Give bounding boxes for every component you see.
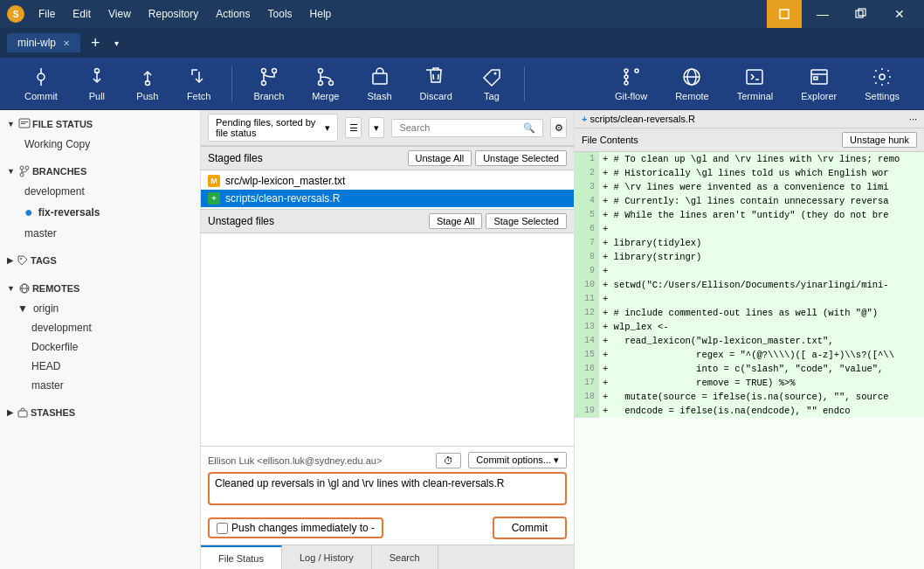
branches-header[interactable]: ▼ BRANCHES bbox=[0, 161, 200, 182]
stage-selected-button[interactable]: Stage Selected bbox=[486, 213, 567, 229]
fetch-button[interactable]: Fetch bbox=[176, 63, 222, 105]
settings-button[interactable]: Settings bbox=[854, 63, 910, 105]
tab-dropdown-arrow[interactable]: ▾ bbox=[111, 38, 122, 48]
wlp-lexicon-filename: src/wlp-lexicon_master.txt bbox=[225, 175, 345, 187]
modified-icon: M bbox=[208, 175, 220, 187]
diff-line: 16+ into = c("slash", "code", "value", bbox=[575, 362, 924, 376]
diff-line: 3+ # \rv lines were invented as a conven… bbox=[575, 180, 924, 194]
svg-rect-17 bbox=[373, 73, 387, 84]
staged-file-wlp-lexicon[interactable]: M src/wlp-lexicon_master.txt bbox=[201, 172, 574, 190]
restore-button[interactable] bbox=[844, 0, 879, 28]
menu-repository[interactable]: Repository bbox=[141, 4, 205, 24]
discard-label: Discard bbox=[420, 91, 452, 101]
list-view-button[interactable]: ☰ bbox=[345, 117, 362, 138]
sidebar-item-development[interactable]: development bbox=[0, 182, 200, 201]
menu-view[interactable]: View bbox=[101, 4, 138, 24]
branches-label: BRANCHES bbox=[32, 166, 86, 177]
stage-all-button[interactable]: Stage All bbox=[429, 213, 482, 229]
sidebar-item-fix-reversals[interactable]: ● fix-reversals bbox=[0, 201, 200, 224]
branch-button[interactable]: Branch bbox=[243, 63, 294, 105]
stashes-section: ▶ STASHES bbox=[0, 399, 200, 427]
commit-message-input[interactable]: Cleaned up reversals in \gl and \rv line… bbox=[208, 472, 567, 505]
search-settings-button[interactable]: ⚙ bbox=[550, 117, 567, 138]
tags-header[interactable]: ▶ TAGS bbox=[0, 250, 200, 271]
origin-label: origin bbox=[33, 302, 59, 315]
fetch-label: Fetch bbox=[187, 91, 211, 101]
tab-close-icon[interactable]: ✕ bbox=[63, 38, 70, 48]
unstage-all-button[interactable]: Unstage All bbox=[408, 150, 472, 166]
diff-line: 6+ bbox=[575, 222, 924, 236]
diff-more-icon[interactable]: ··· bbox=[909, 114, 917, 124]
sidebar-item-origin-master[interactable]: master bbox=[0, 376, 200, 395]
file-status-header[interactable]: ▼ FILE STATUS bbox=[0, 114, 200, 135]
sidebar-item-origin-development[interactable]: development bbox=[0, 318, 200, 337]
diff-actions: ··· bbox=[909, 114, 917, 124]
tab-search[interactable]: Search bbox=[372, 545, 438, 569]
svg-rect-0 bbox=[780, 10, 789, 18]
separator-2 bbox=[524, 66, 525, 101]
fix-reversals-label: fix-reversals bbox=[38, 206, 100, 219]
staged-file-clean-reversals[interactable]: + scripts/clean-reversals.R bbox=[201, 190, 574, 207]
line-content: + library(tidylex) bbox=[599, 236, 924, 250]
view-options-button[interactable]: ▾ bbox=[369, 117, 385, 138]
push-button[interactable]: Push bbox=[126, 63, 169, 105]
line-content: + regex = "^(@?\\\\)([ a-z]+)\\s?([^\\ bbox=[599, 348, 924, 362]
pull-button[interactable]: Pull bbox=[75, 63, 119, 105]
menu-file[interactable]: File bbox=[31, 4, 62, 24]
terminal-button[interactable]: Terminal bbox=[727, 63, 784, 105]
commit-options-button[interactable]: Commit options... ▾ bbox=[468, 452, 567, 468]
line-content: + # Historically \gl lines told us which… bbox=[599, 166, 924, 180]
sidebar-item-origin-dockerfile[interactable]: Dockerfile bbox=[0, 337, 200, 357]
tab-file-status[interactable]: File Status bbox=[201, 545, 282, 569]
staged-files-label: Staged files bbox=[208, 152, 263, 164]
push-immediately-checkbox[interactable] bbox=[217, 523, 228, 534]
commit-button-main[interactable]: Commit bbox=[493, 517, 567, 539]
unstage-hunk-button[interactable]: Unstage hunk bbox=[842, 132, 917, 148]
sidebar-item-working-copy[interactable]: Working Copy bbox=[0, 135, 200, 154]
remotes-label: REMOTES bbox=[32, 283, 79, 294]
explorer-label: Explorer bbox=[801, 91, 837, 101]
discard-button[interactable]: Discard bbox=[410, 63, 463, 105]
menu-actions[interactable]: Actions bbox=[209, 4, 257, 24]
remotes-header[interactable]: ▼ REMOTES bbox=[0, 278, 200, 299]
tags-section: ▶ TAGS bbox=[0, 246, 200, 274]
unstage-selected-button[interactable]: Unstage Selected bbox=[475, 150, 567, 166]
sidebar: ▼ FILE STATUS Working Copy ▼ BRANCHES de… bbox=[0, 110, 201, 569]
repo-tab[interactable]: mini-wlp ✕ bbox=[7, 33, 80, 52]
tag-button[interactable]: Tag bbox=[470, 63, 514, 105]
close-button[interactable]: ✕ bbox=[882, 0, 917, 28]
search-input[interactable] bbox=[399, 122, 520, 133]
pull-label: Pull bbox=[89, 91, 105, 101]
commit-button[interactable]: Commit bbox=[14, 63, 68, 105]
sort-dropdown[interactable]: Pending files, sorted by file status ▾ bbox=[208, 114, 338, 142]
new-tab-button[interactable]: + bbox=[84, 34, 107, 52]
merge-button[interactable]: Merge bbox=[301, 63, 349, 105]
line-content: + # To clean up \gl and \rv lines with \… bbox=[599, 152, 924, 166]
line-number: 14 bbox=[575, 334, 599, 348]
line-content: + bbox=[599, 292, 924, 306]
line-number: 19 bbox=[575, 404, 599, 418]
stashes-header[interactable]: ▶ STASHES bbox=[0, 402, 200, 423]
menu-edit[interactable]: Edit bbox=[66, 4, 98, 24]
author-text: Ellison Luk <ellison.luk@sydney.edu.au> bbox=[208, 455, 429, 466]
minimize-button[interactable]: — bbox=[805, 0, 840, 28]
diff-line: 14+ read_lexicon("wlp-lexicon_master.txt… bbox=[575, 334, 924, 348]
tab-log-history[interactable]: Log / History bbox=[282, 545, 372, 569]
line-content: + wlp_lex <- bbox=[599, 320, 924, 334]
stash-button[interactable]: Stash bbox=[356, 63, 402, 105]
line-number: 6 bbox=[575, 222, 599, 236]
remote-button[interactable]: Remote bbox=[665, 63, 720, 105]
chevron-down-icon: ▼ bbox=[17, 302, 28, 315]
added-icon: + bbox=[208, 192, 220, 205]
sidebar-item-origin[interactable]: ▼ origin bbox=[0, 299, 200, 318]
svg-point-22 bbox=[635, 69, 638, 73]
history-button[interactable]: ⏱ bbox=[436, 453, 461, 468]
gitflow-button[interactable]: Git-flow bbox=[604, 63, 658, 105]
sidebar-item-master[interactable]: master bbox=[0, 224, 200, 243]
explorer-button[interactable]: Explorer bbox=[790, 63, 847, 105]
menu-tools[interactable]: Tools bbox=[261, 4, 300, 24]
menu-help[interactable]: Help bbox=[303, 4, 339, 24]
file-status-label: FILE STATUS bbox=[32, 119, 93, 129]
search-box: 🔍 bbox=[391, 119, 543, 137]
sidebar-item-origin-head[interactable]: HEAD bbox=[0, 357, 200, 376]
